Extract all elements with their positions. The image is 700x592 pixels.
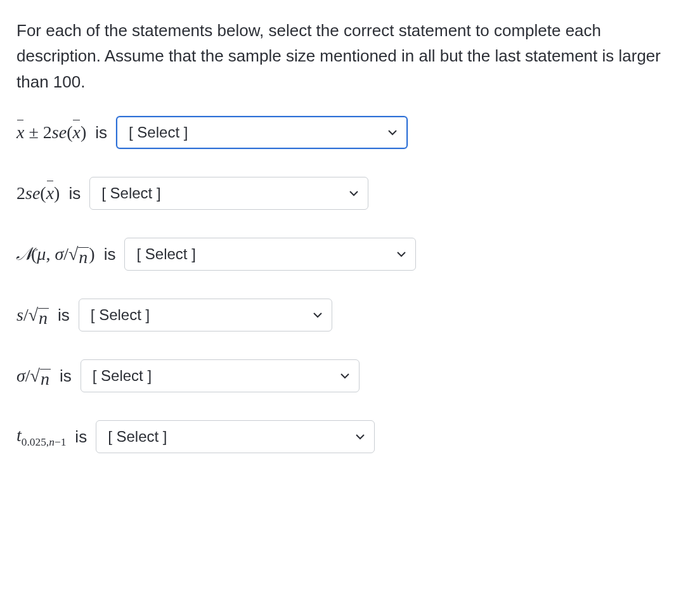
chevron-down-icon xyxy=(355,432,365,442)
select-dropdown-3[interactable]: [ Select ] xyxy=(124,238,416,271)
select-dropdown-5[interactable]: [ Select ] xyxy=(81,359,360,392)
is-label-6: is xyxy=(75,424,87,449)
is-label-3: is xyxy=(104,241,116,267)
select-dropdown-2[interactable]: [ Select ] xyxy=(89,177,368,210)
math-expression-1: x ± 2se(x) xyxy=(16,119,86,146)
statement-row-3: 𝒩(μ, σ/√n) is [ Select ] xyxy=(16,238,684,271)
statement-row-6: t0.025,n−1 is [ Select ] xyxy=(16,420,684,453)
select-placeholder-1: [ Select ] xyxy=(129,120,188,144)
chevron-down-icon xyxy=(396,249,406,259)
math-expression-4: s/√n xyxy=(16,301,49,328)
math-expression-2: 2se(x) xyxy=(16,179,60,207)
chevron-down-icon xyxy=(313,310,323,320)
is-label-5: is xyxy=(60,363,72,389)
is-label-1: is xyxy=(95,120,107,145)
select-placeholder-5: [ Select ] xyxy=(93,364,152,387)
is-label-4: is xyxy=(58,302,70,328)
chevron-down-icon xyxy=(340,371,350,381)
statement-row-2: 2se(x) is [ Select ] xyxy=(16,177,684,210)
is-label-2: is xyxy=(68,181,81,206)
select-placeholder-2: [ Select ] xyxy=(101,181,160,205)
math-expression-5: σ/√n xyxy=(16,362,51,389)
select-placeholder-6: [ Select ] xyxy=(108,425,167,448)
statement-row-4: s/√n is [ Select ] xyxy=(16,299,684,331)
statement-row-1: x ± 2se(x) is [ Select ] xyxy=(16,116,684,149)
chevron-down-icon xyxy=(349,188,359,198)
chevron-down-icon xyxy=(387,127,398,138)
math-expression-6: t0.025,n−1 xyxy=(16,421,66,451)
select-dropdown-4[interactable]: [ Select ] xyxy=(79,299,332,331)
select-dropdown-6[interactable]: [ Select ] xyxy=(96,420,375,453)
question-intro: For each of the statements below, select… xyxy=(16,18,684,94)
select-dropdown-1[interactable]: [ Select ] xyxy=(116,116,408,149)
select-placeholder-3: [ Select ] xyxy=(136,242,195,266)
math-expression-3: 𝒩(μ, σ/√n) xyxy=(16,240,95,267)
select-placeholder-4: [ Select ] xyxy=(91,303,150,326)
statement-row-5: σ/√n is [ Select ] xyxy=(16,359,684,392)
